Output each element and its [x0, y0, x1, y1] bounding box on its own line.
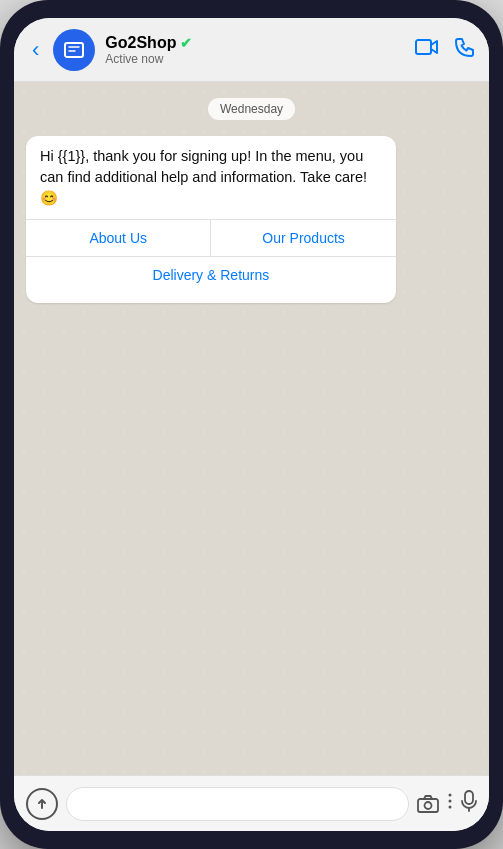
chat-area: Wednesday Hi {{1}}, thank you for signin… — [14, 82, 489, 775]
back-button[interactable]: ‹ — [28, 33, 43, 67]
about-us-button[interactable]: About Us — [26, 220, 210, 256]
contact-name: Go2Shop ✔ — [105, 34, 405, 52]
message-bubble: Hi {{1}}, thank you for signing up! In t… — [26, 136, 396, 303]
avatar — [53, 29, 95, 71]
contact-info: Go2Shop ✔ Active now — [105, 34, 405, 66]
phone-shell: ‹ Go2Shop ✔ Active now — [0, 0, 503, 849]
microphone-icon[interactable] — [461, 790, 477, 818]
video-call-icon[interactable] — [415, 38, 439, 61]
phone-call-icon[interactable] — [455, 37, 475, 62]
delivery-returns-button[interactable]: Delivery & Returns — [26, 257, 396, 293]
svg-rect-0 — [65, 43, 83, 57]
more-options-icon[interactable] — [447, 792, 453, 815]
header-icons — [415, 37, 475, 62]
date-badge: Wednesday — [208, 98, 295, 120]
svg-rect-1 — [416, 40, 431, 54]
action-buttons: About Us Our Products Delivery & Returns — [26, 219, 396, 293]
svg-rect-7 — [465, 791, 473, 804]
action-row-top: About Us Our Products — [26, 220, 396, 257]
camera-icon[interactable] — [417, 795, 439, 813]
contact-status: Active now — [105, 52, 405, 66]
phone-screen: ‹ Go2Shop ✔ Active now — [14, 18, 489, 831]
svg-point-5 — [449, 800, 452, 803]
svg-point-4 — [449, 794, 452, 797]
message-input[interactable] — [66, 787, 409, 821]
chat-header: ‹ Go2Shop ✔ Active now — [14, 18, 489, 82]
svg-rect-2 — [418, 799, 438, 812]
svg-point-6 — [449, 806, 452, 809]
svg-point-3 — [425, 802, 432, 809]
action-row-bottom: Delivery & Returns — [26, 257, 396, 293]
our-products-button[interactable]: Our Products — [210, 220, 395, 256]
message-text: Hi {{1}}, thank you for signing up! In t… — [40, 146, 382, 209]
upload-button[interactable] — [26, 788, 58, 820]
input-bar — [14, 775, 489, 831]
verified-badge-icon: ✔ — [180, 35, 192, 51]
